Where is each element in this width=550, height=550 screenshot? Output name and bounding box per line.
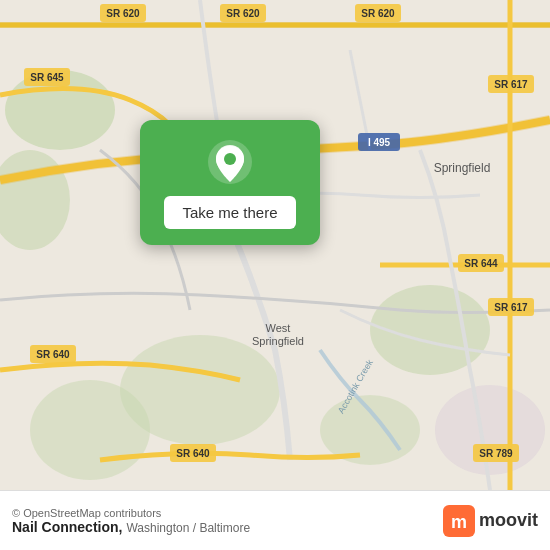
svg-text:Springfield: Springfield [252,335,304,347]
popup-card[interactable]: Take me there [140,120,320,245]
svg-text:I 495: I 495 [368,137,391,148]
svg-text:SR 644: SR 644 [464,258,498,269]
svg-point-7 [30,380,150,480]
svg-text:SR 620: SR 620 [361,8,395,19]
svg-text:SR 640: SR 640 [36,349,70,360]
svg-text:SR 620: SR 620 [106,8,140,19]
svg-text:m: m [451,512,467,532]
svg-text:SR 645: SR 645 [30,72,64,83]
location-pin-icon [206,138,254,186]
location-region: Washington / Baltimore [126,521,250,535]
location-info: © OpenStreetMap contributors Nail Connec… [12,507,250,535]
svg-text:SR 789: SR 789 [479,448,513,459]
moovit-text: moovit [479,510,538,531]
svg-text:SR 617: SR 617 [494,79,528,90]
svg-text:SR 640: SR 640 [176,448,210,459]
svg-text:Springfield: Springfield [434,161,491,175]
svg-text:West: West [266,322,291,334]
attribution: © OpenStreetMap contributors [12,507,250,519]
location-name: Nail Connection, [12,519,122,535]
svg-point-36 [224,153,236,165]
map-container: SR 620 SR 620 SR 620 SR 617 SR 645 I 495… [0,0,550,490]
attribution-text: © OpenStreetMap contributors [12,507,161,519]
svg-text:SR 620: SR 620 [226,8,260,19]
svg-text:SR 617: SR 617 [494,302,528,313]
take-me-there-button[interactable]: Take me there [164,196,295,229]
moovit-icon: m [443,505,475,537]
map-svg: SR 620 SR 620 SR 620 SR 617 SR 645 I 495… [0,0,550,490]
bottom-bar: © OpenStreetMap contributors Nail Connec… [0,490,550,550]
moovit-logo: m moovit [443,505,538,537]
